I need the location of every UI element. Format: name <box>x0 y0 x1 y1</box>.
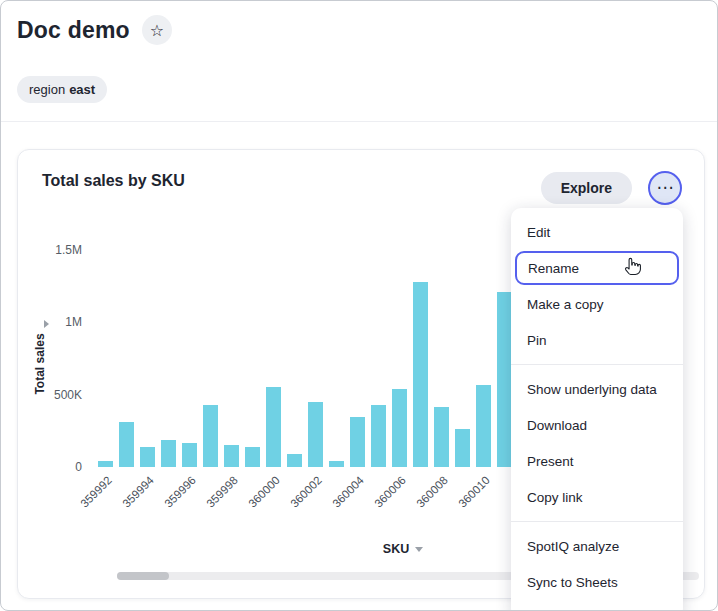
x-tick-label: 360000 <box>246 474 282 510</box>
bar-sku-359994[interactable] <box>140 447 155 467</box>
bar-sku-360003[interactable] <box>329 461 344 467</box>
bar-sku-360008[interactable] <box>434 407 449 467</box>
x-axis-label[interactable]: SKU <box>358 542 448 556</box>
filter-chip-label: region <box>29 82 65 97</box>
menu-item-show-underlying-data[interactable]: Show underlying data <box>511 371 683 407</box>
menu-item-make-a-copy[interactable]: Make a copy <box>511 286 683 322</box>
bar-sku-359993[interactable] <box>119 422 134 467</box>
y-axis-label-text: Total sales <box>33 333 47 394</box>
x-tick-label: 360010 <box>456 474 492 510</box>
header-divider <box>1 121 717 122</box>
more-options-button[interactable]: ⋯ <box>648 171 682 205</box>
menu-divider <box>511 521 683 522</box>
x-tick-label: 359998 <box>204 474 240 510</box>
y-tick-label: 0 <box>18 460 82 474</box>
explore-button[interactable]: Explore <box>541 172 632 204</box>
bar-sku-360009[interactable] <box>455 429 470 467</box>
bar-series <box>98 250 512 467</box>
x-axis-label-text: SKU <box>383 542 409 556</box>
bar-sku-360006[interactable] <box>392 389 407 467</box>
bar-sku-359997[interactable] <box>203 405 218 467</box>
page-title: Doc demo <box>17 17 130 44</box>
y-axis-caret-icon <box>44 320 49 328</box>
bar-sku-359995[interactable] <box>161 440 176 467</box>
bar-sku-359999[interactable] <box>245 447 260 467</box>
caret-down-icon <box>415 547 423 552</box>
context-menu: EditRenameMake a copyPinShow underlying … <box>511 208 683 611</box>
filter-chip-value: east <box>69 82 95 97</box>
bar-sku-359998[interactable] <box>224 445 239 467</box>
y-axis-label[interactable]: Total sales <box>33 333 47 394</box>
menu-divider <box>511 364 683 365</box>
menu-item-present[interactable]: Present <box>511 443 683 479</box>
ellipsis-icon: ⋯ <box>657 179 674 196</box>
menu-item-edit[interactable]: Edit <box>511 214 683 250</box>
y-tick-label: 500K <box>18 388 82 402</box>
bar-sku-360005[interactable] <box>371 405 386 467</box>
y-tick-label: 1M <box>18 315 82 329</box>
x-tick-label: 359994 <box>120 474 156 510</box>
menu-item-spotiq-analyze[interactable]: SpotIQ analyze <box>511 528 683 564</box>
menu-item-sync-to-sheets[interactable]: Sync to Sheets <box>511 564 683 600</box>
bar-sku-360004[interactable] <box>350 417 365 467</box>
page-header: Doc demo ☆ <box>17 15 172 45</box>
x-tick-label: 360002 <box>288 474 324 510</box>
bar-sku-360000[interactable] <box>266 387 281 467</box>
bar-sku-359992[interactable] <box>98 461 113 467</box>
menu-item-pin[interactable]: Pin <box>511 322 683 358</box>
favorite-button[interactable]: ☆ <box>142 15 172 45</box>
viz-title: Total sales by SKU <box>42 172 185 190</box>
y-tick-label: 1.5M <box>18 243 82 257</box>
bar-sku-360007[interactable] <box>413 282 428 467</box>
menu-item-copy-link[interactable]: Copy link <box>511 479 683 515</box>
x-tick-label: 359996 <box>162 474 198 510</box>
filter-chip-region[interactable]: region east <box>17 76 107 103</box>
x-tick-label: 360004 <box>330 474 366 510</box>
x-tick-label: 359992 <box>78 474 114 510</box>
scrollbar-thumb[interactable] <box>117 572 169 580</box>
bar-sku-359996[interactable] <box>182 443 197 467</box>
x-tick-label: 360006 <box>372 474 408 510</box>
bar-sku-360010[interactable] <box>476 385 491 467</box>
hand-cursor-icon <box>623 256 643 278</box>
menu-item-rename[interactable]: Rename <box>515 251 679 285</box>
x-tick-label: 360008 <box>414 474 450 510</box>
star-icon: ☆ <box>150 21 164 40</box>
app-window: Doc demo ☆ region east Total sales by SK… <box>0 0 718 611</box>
bar-sku-360001[interactable] <box>287 454 302 467</box>
menu-item-download[interactable]: Download <box>511 407 683 443</box>
bar-sku-360002[interactable] <box>308 402 323 467</box>
bar-sku-360011[interactable] <box>497 292 512 467</box>
